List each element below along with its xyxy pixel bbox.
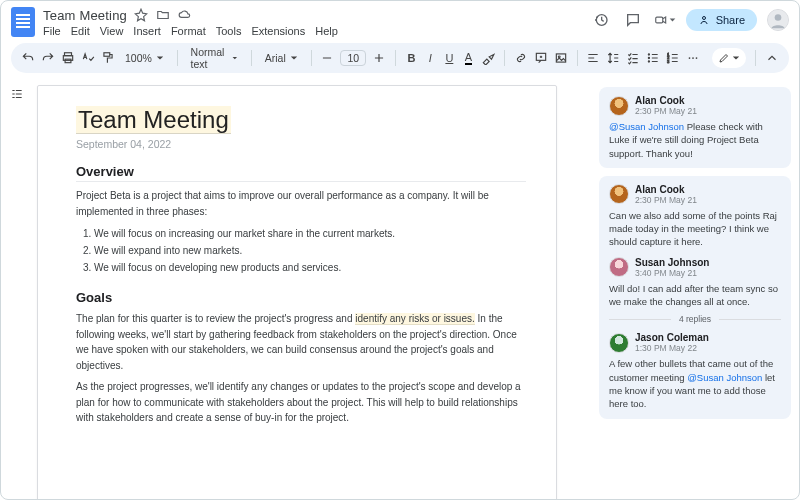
comment-time: 1:30 PM May 22 [635,343,709,353]
list-item: We will focus on developing new products… [94,259,526,276]
paragraph-style-value: Normal text [191,46,229,70]
svg-text:3: 3 [667,60,669,64]
undo-icon[interactable] [21,49,35,67]
numbered-list-icon[interactable]: 123 [666,49,680,67]
document-outline-icon[interactable] [8,85,26,103]
more-tools-icon[interactable] [686,49,700,67]
overview-paragraph: Project Beta is a project that aims to i… [76,188,526,219]
svg-rect-1 [655,17,662,23]
menu-tools[interactable]: Tools [216,25,242,37]
comment-avatar [609,184,629,204]
replies-collapsed-label[interactable]: 4 replies [609,314,781,324]
list-item: We will focus on increasing our market s… [94,225,526,242]
paragraph-style-select[interactable]: Normal text [187,46,242,70]
share-button-label: Share [716,14,745,26]
bulleted-list-icon[interactable] [646,49,660,67]
toolbar: 100% Normal text Arial 10 B I U A 123 [11,43,789,73]
goals-paragraph-1: The plan for this quarter is to review t… [76,311,526,373]
list-item: We will expand into new markets. [94,242,526,259]
svg-point-19 [692,57,694,59]
share-button[interactable]: Share [686,9,757,31]
print-icon[interactable] [61,49,75,67]
comment-author: Alan Cook [635,184,697,195]
doc-heading-overview: Overview [76,164,526,182]
svg-point-4 [775,14,782,21]
mention[interactable]: @Susan Johnson [609,121,684,132]
comment-time: 2:30 PM May 21 [635,106,697,116]
collapse-toolbar-icon[interactable] [765,49,779,67]
svg-rect-7 [65,59,71,63]
checklist-icon[interactable] [626,49,640,67]
svg-point-18 [689,57,691,59]
insert-link-icon[interactable] [514,49,528,67]
text-color-icon[interactable]: A [462,49,475,67]
italic-icon[interactable]: I [424,49,437,67]
zoom-select[interactable]: 100% [121,52,168,64]
menu-bar: File Edit View Insert Format Tools Exten… [43,25,338,37]
google-docs-logo-icon[interactable] [11,7,35,37]
comments-panel: Alan Cook 2:30 PM May 21 @Susan Johnson … [599,81,799,499]
doc-date: September 04, 2022 [76,138,526,150]
comment-avatar [609,96,629,116]
paint-format-icon[interactable] [101,49,115,67]
zoom-value: 100% [125,52,152,64]
editing-mode-select[interactable] [712,48,746,68]
comment-time: 2:30 PM May 21 [635,195,697,205]
app-header: Team Meeting File Edit View Insert Forma… [1,1,799,37]
doc-heading-goals: Goals [76,290,526,305]
font-family-select[interactable]: Arial [261,52,302,64]
svg-point-20 [696,57,698,59]
font-size-input[interactable]: 10 [340,50,366,66]
menu-help[interactable]: Help [315,25,338,37]
comment-author: Alan Cook [635,95,697,106]
doc-heading-1: Team Meeting [76,106,231,134]
comment-card[interactable]: Alan Cook 2:30 PM May 21 @Susan Johnson … [599,87,791,168]
goals-paragraph-2: As the project progresses, we'll identif… [76,379,526,426]
document-title[interactable]: Team Meeting [43,8,127,23]
menu-extensions[interactable]: Extensions [251,25,305,37]
insert-image-icon[interactable] [554,49,568,67]
svg-point-14 [649,61,650,62]
history-icon[interactable] [590,9,612,31]
highlighted-text: identify any risks or issues. [355,313,475,325]
font-family-value: Arial [265,52,286,64]
add-comment-icon[interactable] [534,49,548,67]
svg-rect-10 [556,54,565,62]
move-to-folder-icon[interactable] [155,7,171,23]
comment-author: Susan Johnson [635,257,709,268]
phases-list: We will focus on increasing our market s… [94,225,526,276]
meet-video-icon[interactable] [654,9,676,31]
decrease-font-size-button[interactable] [320,49,334,67]
text-run: The plan for this quarter is to review t… [76,313,355,324]
underline-icon[interactable]: U [443,49,456,67]
spellcheck-icon[interactable] [81,49,95,67]
account-avatar[interactable] [767,9,789,31]
svg-point-12 [649,54,650,55]
menu-insert[interactable]: Insert [133,25,161,37]
comment-body: @Susan Johnson Please check with Luke if… [609,120,781,160]
comment-body: Will do! I can add after the team sync s… [609,282,781,309]
menu-file[interactable]: File [43,25,61,37]
highlight-color-icon[interactable] [481,49,495,67]
star-icon[interactable] [133,7,149,23]
comments-icon[interactable] [622,9,644,31]
menu-edit[interactable]: Edit [71,25,90,37]
menu-format[interactable]: Format [171,25,206,37]
cloud-saved-icon[interactable] [177,7,193,23]
comment-body: Can we also add some of the points Raj m… [609,209,781,249]
comment-body: A few other bullets that came out of the… [609,357,781,410]
menu-view[interactable]: View [100,25,124,37]
comment-card[interactable]: Alan Cook 2:30 PM May 21 Can we also add… [599,176,791,419]
bold-icon[interactable]: B [405,49,418,67]
svg-rect-8 [104,53,110,57]
redo-icon[interactable] [41,49,55,67]
comment-author: Jason Coleman [635,332,709,343]
svg-point-13 [649,57,650,58]
line-spacing-icon[interactable] [606,49,620,67]
mention[interactable]: @Susan Johnson [687,372,762,383]
align-icon[interactable] [586,49,600,67]
comment-avatar [609,333,629,353]
document-page[interactable]: Team Meeting September 04, 2022 Overview… [37,85,557,499]
svg-point-2 [702,17,705,20]
increase-font-size-button[interactable] [372,49,386,67]
